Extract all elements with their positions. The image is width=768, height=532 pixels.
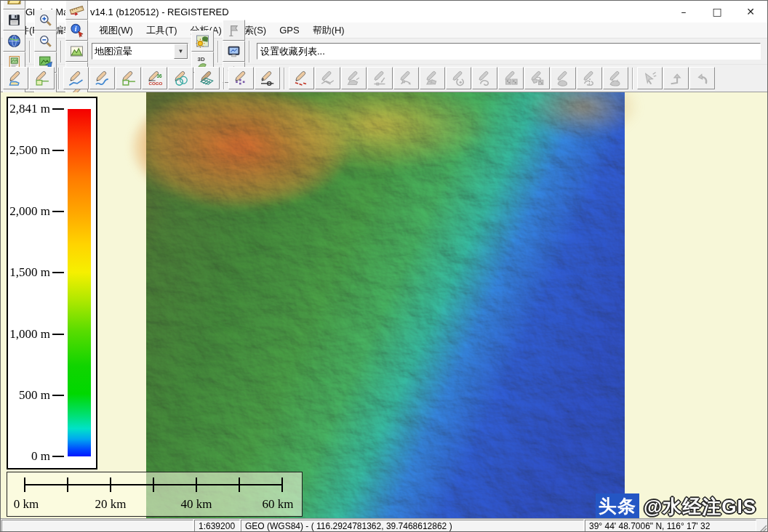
legend-tick (52, 211, 64, 212)
copy-attributes-button[interactable] (524, 67, 550, 89)
status-message-panel (1, 520, 193, 532)
toolbar-separator (284, 68, 285, 89)
create-waypoint-button[interactable] (223, 20, 245, 41)
resize-grip[interactable] (757, 519, 767, 532)
create-area-button[interactable] (3, 67, 28, 89)
save-button[interactable] (3, 9, 25, 31)
shader-options-button[interactable] (191, 31, 214, 52)
create-rectangle-line-button[interactable] (116, 67, 141, 89)
close-button[interactable]: ✕ (734, 1, 767, 23)
smooth-feature-icon (607, 70, 624, 86)
offset-feature-button[interactable] (663, 67, 689, 89)
create-point-icon (233, 70, 249, 86)
svg-text:36: 36 (156, 73, 162, 78)
create-waypoint-icon (226, 23, 241, 38)
undo-digitization-icon (694, 70, 711, 86)
create-curve-button[interactable] (89, 67, 115, 89)
offset-feature-icon (668, 70, 684, 86)
download-online-data-icon (7, 33, 22, 49)
favorites-list-input[interactable] (257, 43, 761, 60)
zoom-in-button[interactable] (34, 9, 57, 31)
create-line-icon (68, 70, 84, 86)
chevron-down-icon[interactable]: ▼ (174, 44, 188, 59)
status-scale-panel: 1:639200 (194, 520, 240, 532)
zoom-out-button[interactable] (34, 31, 57, 52)
zoom-out-icon (38, 33, 53, 49)
zoom-in-icon (38, 12, 53, 28)
menu-item-help[interactable]: 帮助(H) (306, 23, 351, 39)
scale-feature-button[interactable] (472, 67, 497, 89)
map-canvas[interactable] (146, 92, 625, 518)
scale-label: 0 km (14, 497, 39, 512)
attribute-grid-button[interactable] (498, 67, 524, 89)
maximize-button[interactable]: □ (700, 1, 734, 23)
gps-display-button[interactable] (223, 41, 245, 62)
menu-bar: 文件(F)编辑(E)视图(W)工具(T)分析(A)搜索(S)GPS帮助(H) (1, 23, 767, 39)
watermark-handle: @水经注GIS (644, 494, 756, 519)
scale-label: 40 km (181, 497, 212, 512)
merge-features-icon (555, 70, 572, 86)
create-point-on-line-button[interactable] (255, 67, 280, 89)
shader-combobox[interactable]: 地图渲晕 ▼ (92, 43, 188, 60)
select-vertices-button[interactable] (637, 67, 663, 89)
terrain-highlight-texture (146, 92, 625, 518)
toolbar-separator (632, 68, 633, 89)
svg-text:3D: 3D (198, 56, 205, 63)
create-circle-button[interactable] (168, 67, 193, 89)
watermark: 头条 @水经注GIS (596, 493, 756, 518)
undo-digitization-button[interactable] (689, 67, 715, 89)
cut-feature-button[interactable] (315, 67, 340, 89)
merge-features-button[interactable] (551, 67, 576, 89)
download-online-data-button[interactable] (3, 31, 25, 52)
scale-label: 20 km (95, 497, 127, 512)
status-position-panel: 39° 44' 48.7006" N, 116° 17' 32 (585, 520, 756, 532)
create-rectangle-area-button[interactable] (29, 67, 55, 89)
create-grid-icon (199, 70, 215, 86)
remove-vertex-button[interactable] (393, 67, 419, 89)
split-feature-button[interactable] (577, 67, 602, 89)
create-cogo-line-button[interactable]: 36COGO (142, 67, 167, 89)
elevation-legend: 2,841 m 2,500 m 2,000 m 1,500 m 1,000 m … (7, 97, 97, 469)
create-point-button[interactable] (228, 67, 254, 89)
menu-item-tools[interactable]: 工具(T) (140, 23, 184, 39)
map-window: 2,841 m 2,500 m 2,000 m 1,500 m 1,000 m … (1, 92, 768, 518)
create-curve-icon (94, 70, 111, 86)
move-feature-button[interactable] (341, 67, 367, 89)
measure-tool-icon (69, 1, 84, 17)
rotate-feature-button[interactable] (446, 67, 471, 89)
title-bar: Global Mapper v14.1 (b120512) - REGISTER… (1, 1, 767, 23)
global-mapper-window: Global Mapper v14.1 (b120512) - REGISTER… (0, 0, 768, 532)
legend-tick (52, 272, 64, 273)
insert-vertex-icon (372, 70, 388, 86)
measure-tool-button[interactable] (65, 0, 88, 20)
status-bar: 1:639200 GEO (WGS84) - ( 116.2924781362,… (1, 518, 767, 532)
create-rectangle-area-icon (33, 70, 50, 86)
toolbar-separator (60, 41, 62, 63)
distance-scale-bar: 0 km 20 km 40 km 60 km (7, 472, 303, 517)
path-profile-tool-icon (69, 44, 84, 59)
smooth-feature-button[interactable] (603, 67, 628, 89)
menu-item-view[interactable]: 视图(W) (92, 23, 140, 39)
create-rectangle-line-icon (120, 70, 137, 86)
menu-item-gps[interactable]: GPS (273, 23, 305, 37)
legend-tick (52, 395, 64, 396)
create-grid-button[interactable] (194, 67, 220, 89)
legend-tick (52, 456, 64, 457)
toolbar-separator (249, 41, 250, 63)
edit-feature-button[interactable] (289, 67, 314, 89)
scale-label: 60 km (263, 497, 294, 512)
minimize-button[interactable]: – (667, 1, 700, 23)
legend-tick (52, 334, 64, 335)
insert-vertex-button[interactable] (367, 67, 393, 89)
shader-options-icon (195, 33, 210, 49)
create-line-button[interactable] (63, 67, 89, 89)
cut-feature-icon (319, 70, 336, 86)
open-file-button[interactable] (3, 0, 25, 9)
feature-info-tool-button[interactable]: i (65, 20, 88, 41)
edit-feature-icon (293, 70, 310, 86)
reshape-feature-button[interactable] (420, 67, 445, 89)
reshape-feature-icon (424, 70, 441, 86)
feature-info-tool-icon: i (69, 23, 84, 38)
path-profile-tool-button[interactable] (65, 41, 88, 62)
remove-vertex-icon (398, 70, 415, 86)
